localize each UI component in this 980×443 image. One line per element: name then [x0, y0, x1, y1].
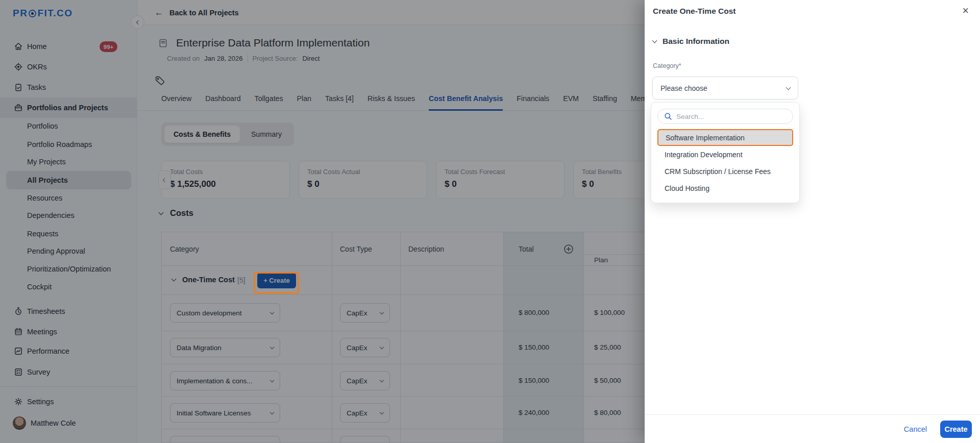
close-icon[interactable]: ×	[962, 4, 969, 17]
option-integration-development[interactable]: Integration Development	[657, 146, 793, 163]
search-icon	[664, 112, 672, 120]
category-dropdown-menu: Software Implementation Integration Deve…	[651, 102, 800, 203]
category-field-label: Category*	[653, 62, 681, 69]
panel-title: Create One-Time Cost	[653, 7, 736, 16]
category-select-value: Please choose	[660, 84, 707, 92]
option-software-implementation[interactable]: Software Implementation	[657, 129, 793, 146]
search-input[interactable]	[657, 109, 793, 124]
basic-information-section-toggle[interactable]: Basic Information	[653, 37, 729, 46]
option-cloud-hosting[interactable]: Cloud Hosting	[657, 180, 793, 196]
dropdown-search	[657, 109, 793, 124]
chevron-down-icon	[652, 38, 657, 43]
chevron-down-icon	[786, 85, 791, 90]
create-button[interactable]: Create	[940, 421, 972, 438]
option-crm-subscription-license-fees[interactable]: CRM Subscription / License Fees	[657, 163, 793, 180]
panel-footer: Cancel Create	[645, 414, 980, 443]
section-title: Basic Information	[663, 37, 729, 46]
app-root: PRFIT.CO Home 99+ OKRs Tasks Portfoli	[0, 0, 980, 443]
category-select[interactable]: Please choose	[652, 77, 798, 100]
create-one-time-cost-panel: Create One-Time Cost × Basic Information…	[645, 0, 980, 443]
cancel-button[interactable]: Cancel	[904, 425, 927, 433]
